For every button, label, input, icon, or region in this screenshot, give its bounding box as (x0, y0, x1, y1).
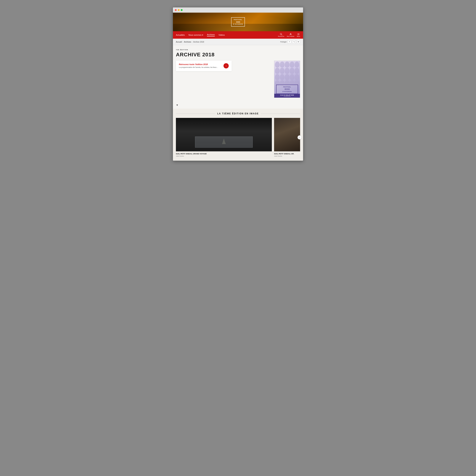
poster-overlay: FESTIVAL ≡≡≡ D'AVIGNON (276, 85, 298, 94)
gallery-author-2: Julie Duclos (274, 155, 300, 157)
poster-date: 6 AU 24 JUILLET 2018 (276, 94, 298, 96)
poster-festival-symbol: ≡≡≡ (278, 88, 297, 91)
logo-bottom-text: D'AVIGNON (233, 23, 243, 25)
nav-actualites[interactable]: Actualités (176, 34, 185, 36)
poster-face (275, 62, 280, 68)
search-label: Recherche (278, 36, 284, 37)
dropdown-arrow-icon[interactable]: ▼ (176, 103, 178, 106)
promo-card[interactable]: Retrouvez toute l'édition 2018 La progra… (176, 61, 232, 71)
dropdown-area: ▼ (173, 102, 303, 109)
share-label: Partager (280, 41, 287, 43)
svg-point-2 (290, 33, 291, 34)
breadcrumb-bar: Accueil › Archives › Archive 2018 Partag… (173, 39, 303, 45)
gallery-item-2: GUS, PETIT OISEAU, GR. Julie Duclos (274, 118, 300, 157)
edition-label: 72E ÉDITION (176, 49, 300, 51)
stage-box (195, 136, 253, 148)
facebook-share[interactable]: f (288, 40, 291, 44)
promo-card-arrow-btn[interactable]: → (223, 63, 229, 68)
menu-nav-item[interactable]: Menu (297, 33, 300, 37)
menu-label: Menu (297, 36, 300, 37)
main-content: 72E ÉDITION ARCHIVE 2018 Retrouvez toute… (173, 45, 303, 102)
archive-title: ARCHIVE 2018 (176, 52, 300, 58)
minimize-dot[interactable] (178, 9, 180, 11)
mon-festival-nav-item[interactable]: Mon Festival (287, 33, 294, 37)
poster-face (294, 68, 299, 74)
browser-chrome (173, 7, 303, 13)
logo-symbol: ≡≡≡ (233, 21, 243, 23)
svg-point-0 (280, 33, 282, 35)
poster-face (280, 74, 285, 80)
poster-date-box: 6 AU 24 JUILLET 2018 72e ÉDITION (274, 94, 300, 98)
gallery-next-button[interactable]: › (298, 135, 302, 139)
poster-face (280, 68, 285, 74)
promo-card-text: Retrouvez toute l'édition 2018 La progra… (179, 63, 222, 68)
poster-face (285, 62, 289, 68)
hero-banner: FESTIVAL ≡≡≡ D'AVIGNON (173, 13, 303, 31)
user-icon (289, 33, 292, 35)
menu-icon (297, 33, 300, 35)
nav-videos[interactable]: Vidéos (219, 34, 225, 36)
stage-scene (176, 136, 272, 148)
promo-card-title: Retrouvez toute l'édition 2018 (179, 63, 222, 66)
breadcrumb-archives[interactable]: Archives (184, 41, 191, 43)
poster-area: FESTIVAL ≡≡≡ D'AVIGNON 6 AU 24 JUILLET 2… (274, 61, 300, 98)
nav-archives[interactable]: Archives (207, 34, 215, 36)
nav-nous-sommes[interactable]: Nous sommes ▾ (188, 34, 203, 36)
promo-card-desc: La programmation de l'année, les artiste… (179, 66, 222, 68)
email-share[interactable]: ✉ (297, 40, 300, 44)
gallery-image-2 (274, 118, 300, 151)
poster-face (285, 68, 289, 74)
nav-right: Recherche Mon Festival Menu (278, 33, 300, 37)
festival-logo[interactable]: FESTIVAL ≡≡≡ D'AVIGNON (231, 17, 245, 27)
browser-window: FESTIVAL ≡≡≡ D'AVIGNON Actualités Nous s… (173, 7, 303, 161)
gallery-caption-1: GUS, PETIT OISEAU, GRAND VOYAGE (176, 153, 272, 155)
gallery-section: LA 73ÈME ÉDITION EN IMAGE GUS, PETIT OIS… (173, 109, 303, 161)
share-bar: Partager f 𝕏 ✉ (280, 40, 300, 44)
gallery-image-1 (176, 118, 272, 151)
festival-poster: FESTIVAL ≡≡≡ D'AVIGNON 6 AU 24 JUILLET 2… (274, 61, 300, 98)
poster-face (294, 62, 299, 68)
poster-face (290, 62, 294, 68)
poster-faces (274, 61, 300, 87)
poster-face (294, 74, 299, 80)
gallery-author-1: Julie Duclos (176, 155, 272, 157)
breadcrumb-home[interactable]: Accueil (176, 41, 182, 43)
poster-face (285, 74, 289, 80)
breadcrumb-current: Archive 2018 (193, 41, 204, 43)
gallery-grid: GUS, PETIT OISEAU, GRAND VOYAGE Julie Du… (176, 118, 300, 157)
content-row: Retrouvez toute l'édition 2018 La progra… (176, 61, 300, 98)
breadcrumb: Accueil › Archives › Archive 2018 (176, 41, 204, 43)
poster-face (290, 74, 294, 80)
poster-edition: 72e ÉDITION (276, 96, 298, 97)
breadcrumb-sep-1: › (183, 41, 183, 43)
search-nav-item[interactable]: Recherche (278, 33, 284, 37)
search-icon (280, 33, 282, 35)
poster-face (275, 74, 280, 80)
twitter-share[interactable]: 𝕏 (292, 40, 296, 44)
close-dot[interactable] (175, 9, 177, 11)
gallery-item-1: GUS, PETIT OISEAU, GRAND VOYAGE Julie Du… (176, 118, 272, 157)
gallery-caption-2: GUS, PETIT OISEAU, GR. (274, 153, 300, 155)
poster-face (275, 68, 280, 74)
main-nav: Actualités Nous sommes ▾ Archives Vidéos… (173, 31, 303, 39)
mon-festival-label: Mon Festival (287, 36, 294, 37)
nav-left: Actualités Nous sommes ▾ Archives Vidéos (176, 34, 278, 36)
svg-line-1 (282, 34, 282, 35)
stage-light (222, 138, 226, 144)
maximize-dot[interactable] (181, 9, 183, 11)
content-left: Retrouvez toute l'édition 2018 La progra… (176, 61, 270, 71)
poster-face (290, 68, 294, 74)
poster-festival-city: D'AVIGNON (278, 91, 297, 92)
breadcrumb-sep-2: › (192, 41, 192, 43)
gallery-title: LA 73ÈME ÉDITION EN IMAGE (176, 112, 300, 115)
poster-face (280, 62, 285, 68)
